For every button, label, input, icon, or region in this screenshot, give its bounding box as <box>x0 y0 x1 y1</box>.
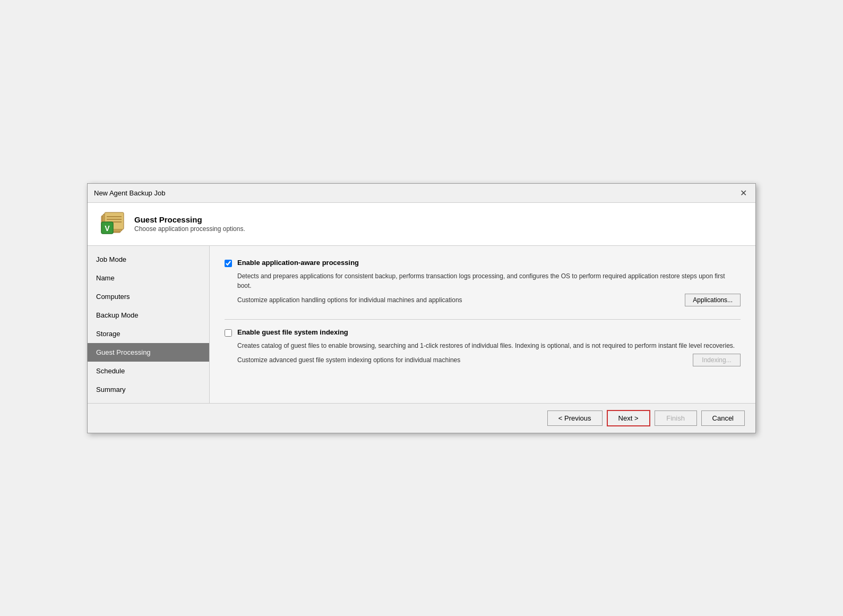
applications-button[interactable]: Applications... <box>685 294 741 306</box>
sidebar-item-summary[interactable]: Summary <box>88 380 209 399</box>
cancel-button[interactable]: Cancel <box>701 410 745 426</box>
indexing-customize-row: Customize advanced guest file system ind… <box>237 354 741 366</box>
sidebar-item-computers[interactable]: Computers <box>88 287 209 306</box>
header-text: Guest Processing Choose application proc… <box>134 215 245 233</box>
indexing-checkbox[interactable] <box>225 329 232 337</box>
app-aware-customize-text: Customize application handling options f… <box>237 296 462 304</box>
indexing-label[interactable]: Enable guest file system indexing <box>237 328 348 336</box>
section-divider <box>225 319 741 320</box>
close-button[interactable]: ✕ <box>738 188 749 198</box>
sidebar-item-schedule[interactable]: Schedule <box>88 362 209 380</box>
finish-button[interactable]: Finish <box>655 410 697 426</box>
app-aware-row: Enable application-aware processing <box>225 259 741 267</box>
sidebar-item-job-mode[interactable]: Job Mode <box>88 250 209 269</box>
header-subtitle: Choose application processing options. <box>134 225 245 233</box>
dialog: New Agent Backup Job ✕ V Guest Processin… <box>87 183 756 433</box>
main-content: Enable application-aware processing Dete… <box>210 246 755 403</box>
dialog-title: New Agent Backup Job <box>94 189 165 197</box>
sidebar-item-backup-mode[interactable]: Backup Mode <box>88 306 209 324</box>
app-aware-checkbox[interactable] <box>225 260 232 267</box>
previous-button[interactable]: < Previous <box>547 410 603 426</box>
indexing-desc: Creates catalog of guest files to enable… <box>237 341 741 350</box>
next-button[interactable]: Next > <box>607 410 650 426</box>
content-area: Job Mode Name Computers Backup Mode Stor… <box>88 246 755 403</box>
sidebar-item-name[interactable]: Name <box>88 269 209 287</box>
indexing-button[interactable]: Indexing... <box>693 354 741 366</box>
indexing-section: Enable guest file system indexing Create… <box>225 328 741 366</box>
app-aware-section: Enable application-aware processing Dete… <box>225 259 741 306</box>
indexing-customize-text: Customize advanced guest file system ind… <box>237 356 460 364</box>
header-title: Guest Processing <box>134 215 245 224</box>
footer: < Previous Next > Finish Cancel <box>88 403 755 433</box>
app-aware-customize-row: Customize application handling options f… <box>237 294 741 306</box>
app-aware-label[interactable]: Enable application-aware processing <box>237 259 359 267</box>
indexing-row: Enable guest file system indexing <box>225 328 741 337</box>
app-aware-desc: Detects and prepares applications for co… <box>237 271 741 290</box>
title-bar: New Agent Backup Job ✕ <box>88 184 755 203</box>
svg-text:V: V <box>105 224 110 233</box>
header-icon: V <box>98 210 126 238</box>
sidebar: Job Mode Name Computers Backup Mode Stor… <box>88 246 210 403</box>
sidebar-item-storage[interactable]: Storage <box>88 324 209 343</box>
sidebar-item-guest-processing[interactable]: Guest Processing <box>88 343 209 362</box>
header: V Guest Processing Choose application pr… <box>88 203 755 246</box>
